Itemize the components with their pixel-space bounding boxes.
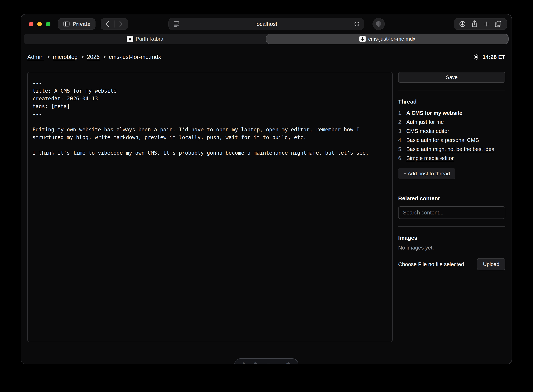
share-icon — [471, 20, 478, 28]
thread-item: 3.CMS media editor — [398, 127, 505, 136]
site-favicon — [359, 36, 366, 42]
tab-bar: Parth Kabra cms-just-for-me.mdx — [24, 34, 509, 44]
forward-icon — [119, 20, 123, 28]
thread-item-link[interactable]: Basic auth for a personal CMS — [406, 136, 479, 145]
thread-item-number: 4. — [398, 136, 404, 145]
divider — [278, 359, 278, 364]
reload-icon — [353, 20, 360, 28]
breadcrumb-separator: > — [47, 54, 50, 60]
thread-item-link[interactable]: Basic auth might not be the best idea — [406, 145, 494, 154]
traffic-lights — [26, 22, 50, 26]
thread-heading: Thread — [398, 98, 505, 105]
sidebar-icon — [63, 21, 70, 27]
minimize-window-button[interactable] — [37, 22, 42, 26]
page-header: Admin>microblog>2026>cms-just-for-me.mdx — [27, 54, 505, 61]
thread-item: 6.Simple media editor — [398, 154, 505, 163]
tab-parth-kabra[interactable]: Parth Kabra — [24, 34, 266, 44]
thread-item-current: A CMS for my website — [406, 108, 462, 117]
breadcrumb-separator: > — [103, 54, 106, 60]
divider — [398, 187, 505, 187]
sun-icon — [473, 54, 480, 61]
browser-window: Private — [21, 14, 512, 364]
choose-file-input[interactable]: Choose File no file selected — [398, 261, 464, 267]
thread-item-number: 3. — [398, 127, 404, 136]
list-icon[interactable]: ≡ — [266, 359, 271, 364]
back-button[interactable] — [101, 19, 114, 29]
downloads-button[interactable] — [459, 20, 466, 28]
divider — [398, 226, 505, 227]
thread-item: 1.A CMS for my website — [398, 108, 505, 117]
downloads-icon — [459, 20, 466, 28]
thread-item: 4.Basic auth for a personal CMS — [398, 136, 505, 145]
address-bar[interactable]: localhost — [168, 18, 364, 30]
thread-item-number: 1. — [398, 108, 404, 117]
breadcrumb-item-admin[interactable]: Admin — [27, 54, 44, 60]
thread-item-number: 2. — [398, 117, 404, 127]
font-icon[interactable]: A — [241, 359, 246, 364]
back-icon — [105, 20, 110, 28]
images-heading: Images — [398, 235, 505, 241]
draw-icon[interactable]: ✎ — [253, 359, 259, 364]
save-button[interactable]: Save — [398, 72, 505, 83]
breadcrumb-item-2026[interactable]: 2026 — [87, 54, 99, 60]
clock-text: 14:28 ET — [483, 54, 505, 60]
image-upload-row: Choose File no file selected Upload — [398, 258, 505, 270]
floating-dock: A✎≡⚙ — [234, 358, 298, 364]
tab-cms-just-for-me[interactable]: cms-just-for-me.mdx — [266, 34, 509, 44]
thread-list: 1.A CMS for my website2.Auth just for me… — [398, 108, 505, 163]
reload-button[interactable] — [353, 20, 360, 28]
thread-item: 5.Basic auth might not be the best idea — [398, 145, 505, 154]
thread-item-number: 6. — [398, 154, 404, 163]
related-content-heading: Related content — [398, 195, 505, 201]
tab-overview-button[interactable] — [494, 20, 502, 28]
private-browsing-badge[interactable]: Private — [58, 18, 95, 30]
shield-icon — [375, 20, 382, 28]
zoom-window-button[interactable] — [46, 22, 50, 26]
add-post-button[interactable]: + Add post to thread — [398, 168, 455, 179]
breadcrumb-item-microblog[interactable]: microblog — [53, 54, 78, 60]
thread-item-link[interactable]: Simple media editor — [406, 154, 454, 163]
divider — [398, 90, 505, 90]
toolbar-actions — [454, 18, 507, 30]
sidebar: Save Thread 1.A CMS for my website2.Auth… — [398, 72, 505, 342]
settings-gear-icon[interactable]: ⚙ — [285, 359, 292, 364]
forward-button[interactable] — [114, 19, 128, 29]
clock: 14:28 ET — [473, 54, 505, 61]
upload-button[interactable]: Upload — [477, 258, 505, 270]
thread-item-number: 5. — [398, 145, 404, 154]
breadcrumb: Admin>microblog>2026>cms-just-for-me.mdx — [27, 54, 161, 60]
browser-toolbar: Private — [21, 14, 512, 34]
editor-layout: --- title: A CMS for my website createdA… — [27, 72, 505, 342]
breadcrumb-separator: > — [80, 54, 84, 60]
tab-label: cms-just-for-me.mdx — [368, 36, 415, 42]
private-badge-label: Private — [73, 21, 90, 27]
related-search-input[interactable] — [398, 206, 505, 219]
thread-item: 2.Auth just for me — [398, 117, 505, 127]
site-favicon — [127, 36, 133, 42]
images-empty-text: No images yet. — [398, 245, 505, 251]
close-window-button[interactable] — [29, 22, 33, 26]
thread-item-link[interactable]: CMS media editor — [406, 127, 449, 136]
page-content: Admin>microblog>2026>cms-just-for-me.mdx — [21, 54, 512, 342]
new-tab-icon — [483, 20, 490, 28]
breadcrumb-item-cms-just-for-me-mdx: cms-just-for-me.mdx — [109, 54, 161, 60]
share-button[interactable] — [471, 20, 478, 28]
privacy-shield-button[interactable] — [373, 18, 385, 30]
tab-label: Parth Kabra — [136, 36, 163, 42]
url-text: localhost — [169, 21, 364, 27]
navigation-buttons — [101, 18, 128, 30]
markdown-editor[interactable]: --- title: A CMS for my website createdA… — [27, 72, 393, 342]
new-tab-button[interactable] — [483, 20, 490, 28]
desktop-background: Private — [0, 0, 533, 392]
tab-overview-icon — [494, 20, 502, 28]
thread-item-link[interactable]: Auth just for me — [406, 117, 444, 127]
